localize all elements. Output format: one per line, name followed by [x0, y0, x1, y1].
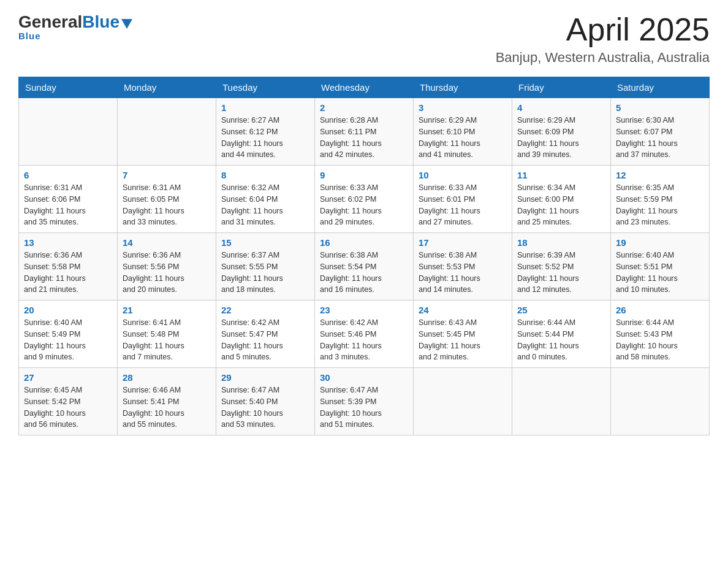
day-info: Sunrise: 6:41 AM Sunset: 5:48 PM Dayligh…	[123, 317, 211, 363]
day-info: Sunrise: 6:39 AM Sunset: 5:52 PM Dayligh…	[517, 250, 605, 296]
calendar-cell: 9Sunrise: 6:33 AM Sunset: 6:02 PM Daylig…	[315, 166, 414, 233]
day-number: 14	[123, 237, 211, 248]
calendar-cell: 27Sunrise: 6:45 AM Sunset: 5:42 PM Dayli…	[19, 368, 118, 435]
calendar-cell: 26Sunrise: 6:44 AM Sunset: 5:43 PM Dayli…	[611, 301, 710, 368]
day-number: 18	[517, 237, 605, 248]
calendar-cell: 18Sunrise: 6:39 AM Sunset: 5:52 PM Dayli…	[512, 233, 611, 301]
week-row-1: 1Sunrise: 6:27 AM Sunset: 6:12 PM Daylig…	[19, 98, 710, 166]
calendar-cell: 11Sunrise: 6:34 AM Sunset: 6:00 PM Dayli…	[512, 166, 611, 233]
calendar-cell: 16Sunrise: 6:38 AM Sunset: 5:54 PM Dayli…	[315, 233, 414, 301]
calendar-cell: 28Sunrise: 6:46 AM Sunset: 5:41 PM Dayli…	[118, 368, 216, 435]
header-wednesday: Wednesday	[315, 77, 414, 98]
day-info: Sunrise: 6:44 AM Sunset: 5:44 PM Dayligh…	[517, 317, 605, 363]
month-title: April 2025	[496, 12, 710, 47]
calendar-cell: 29Sunrise: 6:47 AM Sunset: 5:40 PM Dayli…	[216, 368, 315, 435]
calendar-cell: 4Sunrise: 6:29 AM Sunset: 6:09 PM Daylig…	[512, 98, 611, 166]
day-info: Sunrise: 6:38 AM Sunset: 5:53 PM Dayligh…	[419, 250, 507, 296]
day-info: Sunrise: 6:44 AM Sunset: 5:43 PM Dayligh…	[616, 317, 704, 363]
calendar-cell: 1Sunrise: 6:27 AM Sunset: 6:12 PM Daylig…	[216, 98, 315, 166]
logo: General Blue Blue	[18, 12, 132, 41]
day-info: Sunrise: 6:28 AM Sunset: 6:11 PM Dayligh…	[320, 115, 408, 161]
day-info: Sunrise: 6:34 AM Sunset: 6:00 PM Dayligh…	[517, 182, 605, 228]
calendar-cell: 19Sunrise: 6:40 AM Sunset: 5:51 PM Dayli…	[611, 233, 710, 301]
header-thursday: Thursday	[414, 77, 512, 98]
header-row: SundayMondayTuesdayWednesdayThursdayFrid…	[19, 77, 710, 98]
day-number: 30	[320, 372, 408, 383]
day-info: Sunrise: 6:46 AM Sunset: 5:41 PM Dayligh…	[123, 385, 211, 431]
week-row-2: 6Sunrise: 6:31 AM Sunset: 6:06 PM Daylig…	[19, 166, 710, 233]
day-number: 25	[517, 305, 605, 315]
day-info: Sunrise: 6:47 AM Sunset: 5:39 PM Dayligh…	[320, 385, 408, 431]
logo-blue-text: Blue	[82, 12, 119, 32]
calendar-table: SundayMondayTuesdayWednesdayThursdayFrid…	[18, 77, 710, 435]
calendar-cell: 12Sunrise: 6:35 AM Sunset: 5:59 PM Dayli…	[611, 166, 710, 233]
calendar-cell: 6Sunrise: 6:31 AM Sunset: 6:06 PM Daylig…	[19, 166, 118, 233]
day-info: Sunrise: 6:45 AM Sunset: 5:42 PM Dayligh…	[24, 385, 112, 431]
calendar-cell: 17Sunrise: 6:38 AM Sunset: 5:53 PM Dayli…	[414, 233, 512, 301]
day-number: 16	[320, 237, 408, 248]
week-row-5: 27Sunrise: 6:45 AM Sunset: 5:42 PM Dayli…	[19, 368, 710, 435]
logo-triangle-icon	[121, 19, 132, 29]
day-info: Sunrise: 6:27 AM Sunset: 6:12 PM Dayligh…	[221, 115, 309, 161]
day-number: 6	[24, 170, 112, 180]
location-title: Banjup, Western Australia, Australia	[496, 50, 710, 66]
calendar-cell	[512, 368, 611, 435]
logo-underline: Blue	[18, 31, 41, 41]
calendar-cell: 13Sunrise: 6:36 AM Sunset: 5:58 PM Dayli…	[19, 233, 118, 301]
calendar-cell: 23Sunrise: 6:42 AM Sunset: 5:46 PM Dayli…	[315, 301, 414, 368]
day-info: Sunrise: 6:31 AM Sunset: 6:05 PM Dayligh…	[123, 182, 211, 228]
day-number: 27	[24, 372, 112, 383]
calendar-cell: 5Sunrise: 6:30 AM Sunset: 6:07 PM Daylig…	[611, 98, 710, 166]
calendar-cell: 30Sunrise: 6:47 AM Sunset: 5:39 PM Dayli…	[315, 368, 414, 435]
day-number: 9	[320, 170, 408, 180]
week-row-4: 20Sunrise: 6:40 AM Sunset: 5:49 PM Dayli…	[19, 301, 710, 368]
day-info: Sunrise: 6:29 AM Sunset: 6:09 PM Dayligh…	[517, 115, 605, 161]
day-number: 28	[123, 372, 211, 383]
day-number: 8	[221, 170, 309, 180]
calendar-cell: 25Sunrise: 6:44 AM Sunset: 5:44 PM Dayli…	[512, 301, 611, 368]
day-number: 11	[517, 170, 605, 180]
header-sunday: Sunday	[19, 77, 118, 98]
day-number: 26	[616, 305, 704, 315]
day-number: 5	[616, 102, 704, 113]
day-number: 24	[419, 305, 507, 315]
day-info: Sunrise: 6:35 AM Sunset: 5:59 PM Dayligh…	[616, 182, 704, 228]
calendar-header: SundayMondayTuesdayWednesdayThursdayFrid…	[19, 77, 710, 98]
day-info: Sunrise: 6:42 AM Sunset: 5:47 PM Dayligh…	[221, 317, 309, 363]
day-number: 4	[517, 102, 605, 113]
calendar-cell	[414, 368, 512, 435]
day-number: 3	[419, 102, 507, 113]
day-info: Sunrise: 6:36 AM Sunset: 5:56 PM Dayligh…	[123, 250, 211, 296]
calendar-cell	[611, 368, 710, 435]
day-info: Sunrise: 6:36 AM Sunset: 5:58 PM Dayligh…	[24, 250, 112, 296]
header-saturday: Saturday	[611, 77, 710, 98]
day-info: Sunrise: 6:32 AM Sunset: 6:04 PM Dayligh…	[221, 182, 309, 228]
day-number: 20	[24, 305, 112, 315]
header-monday: Monday	[118, 77, 216, 98]
calendar-cell: 15Sunrise: 6:37 AM Sunset: 5:55 PM Dayli…	[216, 233, 315, 301]
day-info: Sunrise: 6:38 AM Sunset: 5:54 PM Dayligh…	[320, 250, 408, 296]
calendar-cell: 8Sunrise: 6:32 AM Sunset: 6:04 PM Daylig…	[216, 166, 315, 233]
day-info: Sunrise: 6:33 AM Sunset: 6:01 PM Dayligh…	[419, 182, 507, 228]
day-number: 12	[616, 170, 704, 180]
day-number: 2	[320, 102, 408, 113]
day-info: Sunrise: 6:37 AM Sunset: 5:55 PM Dayligh…	[221, 250, 309, 296]
day-info: Sunrise: 6:42 AM Sunset: 5:46 PM Dayligh…	[320, 317, 408, 363]
day-number: 21	[123, 305, 211, 315]
day-number: 13	[24, 237, 112, 248]
day-number: 7	[123, 170, 211, 180]
header-friday: Friday	[512, 77, 611, 98]
calendar-cell: 22Sunrise: 6:42 AM Sunset: 5:47 PM Dayli…	[216, 301, 315, 368]
calendar-cell: 24Sunrise: 6:43 AM Sunset: 5:45 PM Dayli…	[414, 301, 512, 368]
calendar-cell: 14Sunrise: 6:36 AM Sunset: 5:56 PM Dayli…	[118, 233, 216, 301]
calendar-cell	[118, 98, 216, 166]
day-info: Sunrise: 6:33 AM Sunset: 6:02 PM Dayligh…	[320, 182, 408, 228]
day-number: 23	[320, 305, 408, 315]
day-number: 10	[419, 170, 507, 180]
calendar-cell: 20Sunrise: 6:40 AM Sunset: 5:49 PM Dayli…	[19, 301, 118, 368]
day-number: 22	[221, 305, 309, 315]
day-info: Sunrise: 6:29 AM Sunset: 6:10 PM Dayligh…	[419, 115, 507, 161]
title-section: April 2025 Banjup, Western Australia, Au…	[496, 12, 710, 66]
calendar-cell: 7Sunrise: 6:31 AM Sunset: 6:05 PM Daylig…	[118, 166, 216, 233]
header-tuesday: Tuesday	[216, 77, 315, 98]
